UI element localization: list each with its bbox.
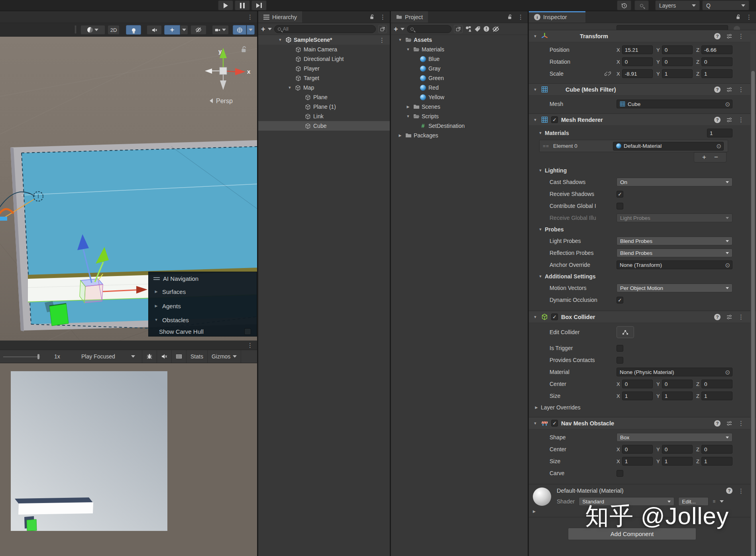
element-material-field[interactable]: Default-Material ⊙	[613, 142, 724, 151]
scene-kebab-icon[interactable]: ⋮	[379, 37, 390, 43]
scene-lighting-toggle[interactable]	[126, 25, 141, 35]
obstacle-center-x[interactable]	[622, 445, 653, 454]
hierarchy-row-plane[interactable]: Plane	[258, 92, 390, 102]
rotation-z-field[interactable]	[701, 57, 732, 66]
drag-handle-icon[interactable]	[153, 277, 160, 280]
chevron-down-icon[interactable]	[268, 28, 272, 30]
project-row-green[interactable]: Green	[391, 73, 528, 83]
shape-dropdown[interactable]: Box	[617, 433, 732, 442]
motion-vectors-dropdown[interactable]: Per Object Motion	[617, 284, 732, 292]
project-row-setdestination[interactable]: #SetDestination	[391, 121, 528, 131]
project-row-assets[interactable]: Assets	[391, 35, 528, 45]
contribute-gi-checkbox[interactable]	[617, 203, 623, 209]
object-picker-icon[interactable]: ⊙	[725, 101, 730, 107]
project-row-yellow[interactable]: Yellow	[391, 92, 528, 102]
lock-icon[interactable]	[735, 14, 741, 20]
game-viewport[interactable]	[0, 363, 257, 556]
scale-z-field[interactable]	[701, 69, 732, 78]
create-object-button[interactable]: +	[261, 25, 265, 33]
collider-center-x[interactable]	[622, 380, 653, 388]
label-tag-icon[interactable]	[474, 26, 481, 32]
preset-icon[interactable]	[726, 117, 732, 123]
help-icon[interactable]	[714, 314, 721, 320]
project-row-packages[interactable]: Packages	[391, 131, 528, 140]
green-cube-object[interactable]	[49, 303, 69, 326]
box-collider-enabled-checkbox[interactable]	[551, 313, 558, 320]
help-icon[interactable]	[714, 33, 721, 39]
inspector-menu-kebab-icon[interactable]: ⋮	[746, 14, 752, 20]
hierarchy-row-directional-light[interactable]: Directional Light	[258, 54, 390, 64]
dynamic-occlusion-checkbox[interactable]	[617, 297, 623, 303]
asset-types-icon[interactable]	[465, 25, 472, 32]
gizmo-center-cube[interactable]	[220, 67, 227, 74]
materials-count-field[interactable]	[707, 129, 732, 137]
probes-foldout[interactable]: Probes	[529, 224, 756, 235]
project-row-scripts[interactable]: Scripts	[391, 112, 528, 121]
display-mode-dropdown[interactable]: Play Focused	[81, 350, 139, 363]
scale-slider-handle[interactable]	[37, 354, 39, 359]
hierarchy-row-main-camera[interactable]: Main Camera	[258, 45, 390, 54]
nav-mesh-obstacle-header[interactable]: Nav Mesh Obstacle ⋮	[529, 417, 756, 429]
preview-expander-icon[interactable]	[533, 509, 536, 513]
collider-center-y[interactable]	[662, 380, 693, 388]
obstacle-enabled-checkbox[interactable]	[551, 420, 558, 427]
preset-icon[interactable]	[726, 314, 732, 320]
hierarchy-row-scene[interactable]: SampleScene* ⋮	[258, 35, 390, 45]
project-row-blue[interactable]: Blue	[391, 54, 528, 64]
mesh-filter-header[interactable]: Cube (Mesh Filter) ⋮	[529, 83, 756, 96]
edit-collider-button[interactable]	[617, 326, 634, 338]
remove-element-button[interactable]: −	[714, 153, 718, 161]
is-trigger-checkbox[interactable]	[617, 345, 623, 352]
step-button[interactable]	[251, 0, 267, 10]
hierarchy-menu-kebab-icon[interactable]: ⋮	[380, 14, 386, 20]
kebab-icon[interactable]: ⋮	[738, 488, 744, 494]
material-preview-sphere[interactable]	[533, 487, 551, 506]
scale-x-field[interactable]	[622, 69, 653, 78]
scale-slider[interactable]	[3, 356, 40, 357]
collider-size-z[interactable]	[701, 392, 732, 400]
project-row-scenes[interactable]: Scenes	[391, 102, 528, 112]
layer-overrides-foldout[interactable]: Layer Overrides	[529, 402, 756, 413]
carve-checkbox[interactable]	[617, 470, 623, 477]
preset-icon[interactable]	[726, 33, 732, 39]
mesh-renderer-enabled-checkbox[interactable]	[551, 116, 558, 123]
help-icon[interactable]	[726, 487, 732, 494]
vsync-grid-button[interactable]	[171, 350, 186, 363]
inspector-scrollbar[interactable]	[750, 34, 756, 556]
object-picker-icon[interactable]: ⊙	[725, 369, 730, 375]
rotation-y-field[interactable]	[662, 57, 693, 66]
obstacle-size-z[interactable]	[701, 457, 732, 466]
lock-icon[interactable]	[507, 14, 513, 20]
project-search-field[interactable]	[407, 25, 452, 33]
hierarchy-row-plane-1[interactable]: Plane (1)	[258, 102, 390, 112]
lock-icon[interactable]	[369, 14, 375, 20]
kebab-icon[interactable]: ⋮	[738, 314, 744, 320]
preset-icon[interactable]	[726, 420, 732, 427]
scene-viewport[interactable]: y x Persp AI Navigation Surfaces	[0, 37, 257, 341]
debug-pause-button[interactable]	[142, 350, 157, 363]
toolbar-drag-handle[interactable]	[75, 25, 76, 33]
transform-header[interactable]: Transform ⋮	[529, 30, 756, 42]
kebab-icon[interactable]: ⋮	[738, 33, 744, 39]
show-carve-hull-checkbox[interactable]	[244, 328, 251, 335]
scale-y-field[interactable]	[662, 69, 693, 78]
reflection-probes-dropdown[interactable]: Blend Probes	[617, 249, 732, 257]
effects-toggle[interactable]	[164, 25, 180, 35]
provides-contacts-checkbox[interactable]	[617, 357, 623, 364]
obstacle-size-x[interactable]	[622, 457, 653, 466]
help-icon[interactable]	[714, 117, 721, 123]
alert-icon[interactable]	[483, 25, 490, 32]
overlay-surfaces-foldout[interactable]: Surfaces	[149, 285, 257, 298]
cast-shadows-dropdown[interactable]: On	[617, 178, 732, 186]
help-icon[interactable]	[714, 420, 721, 427]
rotation-x-field[interactable]	[622, 57, 653, 66]
scene-menu-kebab-icon[interactable]: ⋮	[247, 14, 253, 20]
project-maximize-button[interactable]	[454, 25, 463, 33]
box-collider-header[interactable]: Box Collider ⋮	[529, 311, 756, 323]
physic-material-field[interactable]: None (Physic Material)⊙	[617, 368, 732, 376]
camera-settings-dropdown[interactable]	[212, 25, 229, 35]
tab-hierarchy[interactable]: Hierarchy	[258, 11, 302, 23]
shading-mode-dropdown[interactable]	[81, 25, 105, 35]
hierarchy-row-link[interactable]: Link	[258, 112, 390, 121]
hierarchy-row-target[interactable]: Target	[258, 73, 390, 83]
